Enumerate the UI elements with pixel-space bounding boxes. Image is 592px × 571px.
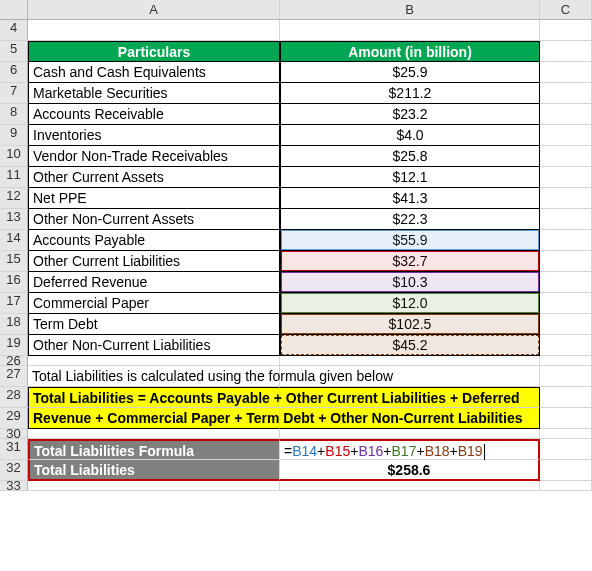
row-header[interactable]: 8 xyxy=(0,104,28,125)
table-row-label[interactable]: Accounts Payable xyxy=(28,230,280,251)
cell-value: $12.0 xyxy=(392,295,427,311)
table-row-amount[interactable]: $32.7 xyxy=(280,251,540,272)
cell[interactable] xyxy=(540,293,592,314)
table-row-amount[interactable]: $25.8 xyxy=(280,146,540,167)
table-row-label[interactable]: Inventories xyxy=(28,125,280,146)
cell[interactable] xyxy=(540,209,592,230)
row-header[interactable]: 10 xyxy=(0,146,28,167)
table-row-label[interactable]: Accounts Receivable xyxy=(28,104,280,125)
table-row-label[interactable]: Deferred Revenue xyxy=(28,272,280,293)
cell[interactable] xyxy=(28,20,280,41)
table-row-amount[interactable]: $22.3 xyxy=(280,209,540,230)
row-header[interactable]: 9 xyxy=(0,125,28,146)
table-row-amount[interactable]: $12.1 xyxy=(280,167,540,188)
spreadsheet: A B C 4 5 Particulars Amount (in billion… xyxy=(0,0,592,491)
table-row-amount[interactable]: $23.2 xyxy=(280,104,540,125)
formula-description[interactable]: Total Liabilities = Accounts Payable + O… xyxy=(28,387,280,408)
row-header[interactable]: 13 xyxy=(0,209,28,230)
table-row-amount[interactable]: $12.0 xyxy=(280,293,540,314)
table-row-label[interactable]: Other Current Assets xyxy=(28,167,280,188)
row-header[interactable]: 14 xyxy=(0,230,28,251)
cell[interactable] xyxy=(280,356,540,366)
table-row-label[interactable]: Term Debt xyxy=(28,314,280,335)
row-header[interactable]: 33 xyxy=(0,481,28,491)
cell[interactable] xyxy=(540,188,592,209)
result-value[interactable]: $258.6 xyxy=(280,460,540,481)
cell[interactable] xyxy=(540,41,592,62)
cell[interactable] xyxy=(540,20,592,41)
cell[interactable] xyxy=(540,314,592,335)
row-header[interactable]: 7 xyxy=(0,83,28,104)
cell[interactable] xyxy=(540,387,592,408)
col-header-A[interactable]: A xyxy=(28,0,280,20)
row-header[interactable]: 26 xyxy=(0,356,28,366)
table-row-label[interactable]: Other Current Liabilities xyxy=(28,251,280,272)
row-header[interactable]: 16 xyxy=(0,272,28,293)
formula-token: + xyxy=(416,443,424,459)
table-row-amount[interactable]: $4.0 xyxy=(280,125,540,146)
cell[interactable] xyxy=(540,481,592,491)
row-header[interactable]: 6 xyxy=(0,62,28,83)
result-label[interactable]: Total Liabilities xyxy=(28,460,280,481)
table-row-label[interactable]: Net PPE xyxy=(28,188,280,209)
cell[interactable] xyxy=(280,429,540,439)
row-header[interactable]: 12 xyxy=(0,188,28,209)
row-header[interactable]: 5 xyxy=(0,41,28,62)
cell[interactable] xyxy=(540,356,592,366)
col-header-C[interactable]: C xyxy=(540,0,592,20)
cell[interactable] xyxy=(280,20,540,41)
table-row-label[interactable]: Vendor Non-Trade Receivables xyxy=(28,146,280,167)
row-header[interactable]: 4 xyxy=(0,20,28,41)
table-row-amount[interactable]: $102.5 xyxy=(280,314,540,335)
cell[interactable] xyxy=(28,429,280,439)
table-row-amount[interactable]: $55.9 xyxy=(280,230,540,251)
table-row-label[interactable]: Other Non-Current Liabilities xyxy=(28,335,280,356)
formula-editing-cell[interactable]: =B14+B15+B16+B17+B18+B19 xyxy=(280,439,540,460)
table-row-amount[interactable]: $45.2 xyxy=(280,335,540,356)
cell[interactable] xyxy=(540,251,592,272)
table-row-amount[interactable]: $41.3 xyxy=(280,188,540,209)
note-text[interactable]: Total Liabilities is calculated using th… xyxy=(28,366,280,387)
cell[interactable] xyxy=(540,439,592,460)
row-header[interactable]: 30 xyxy=(0,429,28,439)
row-header[interactable]: 15 xyxy=(0,251,28,272)
col-header-B[interactable]: B xyxy=(280,0,540,20)
formula-description[interactable]: Revenue + Commercial Paper + Term Debt +… xyxy=(28,408,280,429)
table-row-label[interactable]: Marketable Securities xyxy=(28,83,280,104)
table-row-label[interactable]: Commercial Paper xyxy=(28,293,280,314)
cell[interactable] xyxy=(540,125,592,146)
row-header[interactable]: 17 xyxy=(0,293,28,314)
table-row-amount[interactable]: $211.2 xyxy=(280,83,540,104)
cell[interactable] xyxy=(540,429,592,439)
cell[interactable] xyxy=(540,83,592,104)
table-header-amount[interactable]: Amount (in billion) xyxy=(280,41,540,62)
cell[interactable] xyxy=(28,356,280,366)
table-row-amount[interactable]: $25.9 xyxy=(280,62,540,83)
row-header[interactable]: 28 xyxy=(0,387,28,408)
row-header[interactable]: 31 xyxy=(0,439,28,460)
cell[interactable] xyxy=(540,230,592,251)
cell[interactable] xyxy=(540,104,592,125)
result-label[interactable]: Total Liabilities Formula xyxy=(28,439,280,460)
cell-value: $102.5 xyxy=(389,316,432,332)
cell[interactable] xyxy=(540,146,592,167)
cell[interactable] xyxy=(540,335,592,356)
cell[interactable] xyxy=(28,481,280,491)
cell[interactable] xyxy=(540,460,592,481)
cell[interactable] xyxy=(540,366,592,387)
row-header[interactable]: 18 xyxy=(0,314,28,335)
select-all-corner[interactable] xyxy=(0,0,28,20)
table-row-label[interactable]: Cash and Cash Equivalents xyxy=(28,62,280,83)
formula-token: + xyxy=(383,443,391,459)
cell[interactable] xyxy=(280,481,540,491)
cell[interactable] xyxy=(540,272,592,293)
table-row-label[interactable]: Other Non-Current Assets xyxy=(28,209,280,230)
cell[interactable] xyxy=(540,408,592,429)
table-header-particulars[interactable]: Particulars xyxy=(28,41,280,62)
cell[interactable] xyxy=(540,62,592,83)
row-header[interactable]: 11 xyxy=(0,167,28,188)
cell-value: $10.3 xyxy=(392,274,427,290)
row-header[interactable]: 27 xyxy=(0,366,28,387)
cell[interactable] xyxy=(540,167,592,188)
table-row-amount[interactable]: $10.3 xyxy=(280,272,540,293)
